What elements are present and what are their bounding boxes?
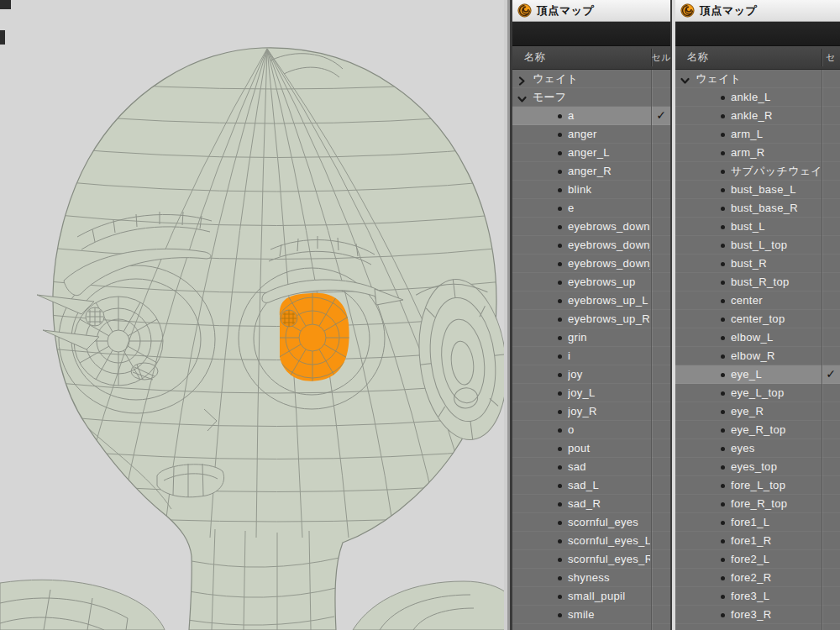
cell-check-toggle[interactable] [822, 421, 840, 439]
panel-titlebar[interactable]: 頂点マップ [675, 0, 840, 22]
vertex-map-item-row[interactable]: joy_R [512, 402, 671, 421]
cell-check-toggle[interactable] [822, 347, 840, 365]
cell-check-toggle[interactable] [651, 384, 671, 402]
cell-check-toggle[interactable] [651, 606, 671, 624]
vertex-map-item-row[interactable]: elbow_L [675, 328, 840, 347]
vertex-map-group-row[interactable]: ウェイト [675, 70, 840, 88]
vertex-map-item-row[interactable]: sad [512, 458, 671, 476]
vertex-map-item-row[interactable]: i [512, 347, 671, 365]
vertex-map-item-row[interactable]: arm_L [675, 125, 840, 144]
cell-check-toggle[interactable] [822, 107, 840, 125]
cell-check-toggle[interactable] [822, 532, 840, 550]
cell-check-toggle[interactable] [651, 513, 671, 532]
chevron-down-icon[interactable] [680, 74, 690, 83]
cell-check-toggle[interactable] [822, 328, 840, 347]
vertex-map-item-row[interactable]: fore2_R [675, 569, 840, 587]
vertex-map-item-row[interactable]: fore3_R [675, 606, 840, 624]
vertex-map-item-row[interactable]: ankle_R [675, 107, 840, 125]
vertex-map-item-row[interactable]: eyebrows_down_L [512, 236, 671, 255]
vertex-map-item-row[interactable]: o [512, 421, 671, 439]
cell-check-toggle[interactable] [822, 550, 840, 569]
cell-check-toggle[interactable] [651, 199, 671, 218]
vertex-map-item-row[interactable]: arm_R [675, 144, 840, 162]
vertex-map-item-row[interactable]: grin [512, 328, 671, 347]
cell-check-toggle[interactable] [651, 569, 671, 587]
vertex-map-item-row[interactable]: anger_L [512, 144, 671, 162]
cell-check-toggle[interactable] [651, 439, 671, 458]
cell-check-toggle[interactable] [651, 476, 671, 495]
cell-check-toggle[interactable] [822, 495, 840, 513]
cell-check-toggle[interactable] [651, 347, 671, 365]
vertex-map-item-row[interactable]: fore1_R [675, 532, 840, 550]
vertex-map-item-row[interactable]: bust_R [675, 255, 840, 273]
vertex-map-item-row[interactable]: eyebrows_up_L [512, 291, 671, 310]
cell-check-toggle[interactable] [651, 402, 671, 421]
vertex-map-item-row[interactable]: eyebrows_down_R [512, 255, 671, 273]
cell-check-toggle[interactable] [822, 439, 840, 458]
vertex-map-item-row[interactable]: fore2_L [675, 550, 840, 569]
cell-check-toggle[interactable] [651, 421, 671, 439]
vertex-map-item-row[interactable]: eyebrows_up [512, 273, 671, 291]
cell-check-toggle[interactable] [651, 458, 671, 476]
vertex-map-item-row[interactable]: bust_base_L [675, 181, 840, 199]
cell-check-toggle[interactable] [822, 291, 840, 310]
vertex-map-item-row[interactable]: bust_L [675, 218, 840, 236]
cell-check-toggle[interactable] [651, 291, 671, 310]
cell-check-toggle[interactable] [651, 255, 671, 273]
vertex-map-item-row[interactable]: elbow_R [675, 347, 840, 365]
viewport-canvas[interactable] [0, 0, 504, 630]
cell-check-toggle[interactable] [651, 181, 671, 199]
vertex-map-item-row[interactable]: shyness [512, 569, 671, 587]
cell-check-toggle[interactable] [651, 328, 671, 347]
vertex-map-item-row[interactable]: ankle_L [675, 88, 840, 107]
cell-check-toggle[interactable] [822, 70, 840, 88]
vertex-map-list[interactable]: ウェイトモーフa✓angeranger_Langer_Rblinkeeyebro… [512, 70, 671, 630]
cell-check-toggle[interactable] [651, 550, 671, 569]
vertex-map-item-row[interactable]: fore_L_top [675, 476, 840, 495]
vertex-map-item-row[interactable]: fore3_L [675, 587, 840, 606]
cell-check-toggle[interactable] [651, 273, 671, 291]
vertex-map-item-row[interactable]: eye_L_top [675, 384, 840, 402]
cell-check-toggle[interactable]: ✓ [822, 365, 840, 384]
chevron-right-icon[interactable] [517, 74, 527, 83]
cell-check-toggle[interactable] [822, 476, 840, 495]
vertex-map-item-row[interactable]: pout [512, 439, 671, 458]
vertex-map-item-row[interactable]: eyebrows_down [512, 218, 671, 236]
vertex-map-item-row[interactable]: サブパッチウェイト [675, 162, 840, 181]
cell-check-toggle[interactable]: ✓ [651, 107, 671, 125]
cell-check-toggle[interactable] [822, 273, 840, 291]
cell-check-toggle[interactable] [822, 88, 840, 107]
cell-check-toggle[interactable] [822, 587, 840, 606]
vertex-map-item-row[interactable]: sad_L [512, 476, 671, 495]
vertex-map-item-row[interactable]: eyes_top [675, 458, 840, 476]
cell-check-toggle[interactable] [651, 144, 671, 162]
vertex-map-item-row[interactable]: scornful_eyes [512, 513, 671, 532]
vertex-map-item-row[interactable]: fore1_L [675, 513, 840, 532]
vertex-map-item-row[interactable]: scornful_eyes_R [512, 550, 671, 569]
cell-check-toggle[interactable] [822, 402, 840, 421]
vertex-map-item-row[interactable]: smile [512, 606, 671, 624]
vertex-map-item-row[interactable]: bust_L_top [675, 236, 840, 255]
chevron-down-icon[interactable] [517, 92, 527, 102]
cell-check-toggle[interactable] [822, 384, 840, 402]
cell-check-toggle[interactable] [651, 365, 671, 384]
vertex-map-item-row[interactable]: eye_L✓ [675, 365, 840, 384]
cell-check-toggle[interactable] [651, 236, 671, 255]
cell-check-toggle[interactable] [651, 495, 671, 513]
viewport-panel-splitter[interactable] [504, 0, 512, 630]
cell-check-toggle[interactable] [822, 181, 840, 199]
vertex-map-item-row[interactable]: bust_R_top [675, 273, 840, 291]
vertex-map-item-row[interactable]: scornful_eyes_L [512, 532, 671, 550]
vertex-map-item-row[interactable]: eyebrows_up_R [512, 310, 671, 328]
vertex-map-item-row[interactable]: fore_R_top [675, 495, 840, 513]
cell-check-toggle[interactable] [651, 88, 671, 107]
vertex-map-item-row[interactable]: e [512, 199, 671, 218]
vertex-map-list[interactable]: ウェイトankle_Lankle_Rarm_Larm_Rサブパッチウェイトbus… [675, 70, 840, 630]
vertex-map-item-row[interactable]: eye_R [675, 402, 840, 421]
cell-check-toggle[interactable] [822, 569, 840, 587]
vertex-map-item-row[interactable]: bust_base_R [675, 199, 840, 218]
cell-check-toggle[interactable] [822, 255, 840, 273]
cell-check-toggle[interactable] [651, 532, 671, 550]
vertex-map-item-row[interactable]: joy [512, 365, 671, 384]
vertex-map-item-row[interactable]: a✓ [512, 107, 671, 125]
